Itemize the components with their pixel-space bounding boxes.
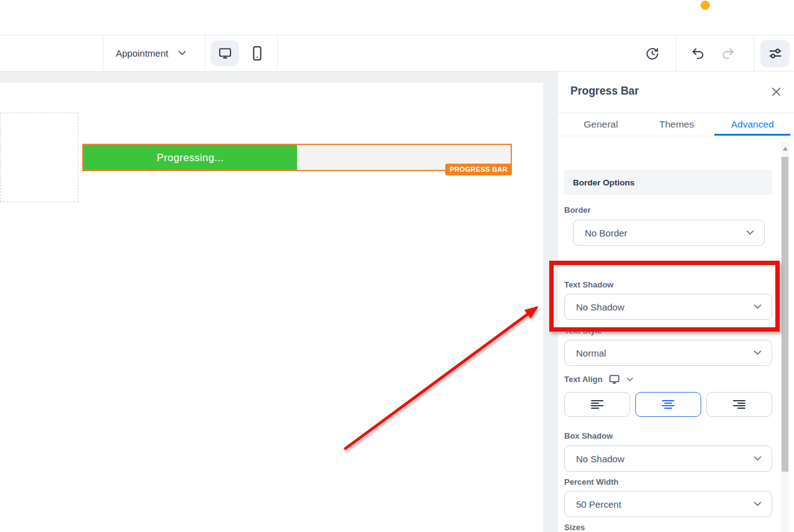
align-right-icon [733,399,745,409]
panel-scrollbar[interactable] [781,142,789,532]
chevron-down-icon [178,50,186,56]
text-align-label: Text Align [564,375,602,384]
chevron-down-icon[interactable] [626,377,633,382]
percent-width-field-label: Percent Width [564,477,618,487]
percent-width-select-value: 50 Percent [576,499,621,510]
align-right-button[interactable] [706,392,772,417]
border-field-label: Border [564,205,591,215]
undo-icon [691,46,706,61]
chevron-down-icon [746,230,754,236]
toolbar-divider [103,35,103,71]
align-left-icon [591,399,603,409]
tab-general[interactable]: General [563,113,639,136]
tab-themes[interactable]: Themes [639,113,715,136]
chevron-down-icon [754,456,762,462]
text-shadow-select-value: No Shadow [576,302,625,312]
widget-type-tag: PROGRESS BAR [445,164,512,175]
mobile-icon [251,45,263,62]
close-panel-button[interactable] [769,85,783,98]
scrollbar-up-arrow-icon[interactable] [783,147,788,151]
tab-advanced[interactable]: Advanced [714,113,790,136]
align-center-button[interactable] [635,392,701,417]
text-shadow-field-label: Text Shadow [564,280,613,289]
undo-button[interactable] [688,43,709,64]
desktop-icon[interactable] [608,373,620,385]
redo-icon [721,46,735,61]
toolbar-divider [205,35,206,71]
panel-tabbar: General Themes Advanced [558,113,794,136]
percent-width-select[interactable]: 50 Percent [564,491,772,517]
page-selector-dropdown[interactable]: Appointment [116,35,186,71]
align-left-button[interactable] [564,392,630,417]
text-align-row: Text Align [564,373,633,385]
history-button[interactable] [641,42,663,65]
builder-toolbar: Appointment [0,35,794,72]
empty-drop-zone[interactable] [0,113,78,202]
close-icon [770,86,782,98]
progress-bar-widget[interactable]: Progressing... PROGRESS BAR [82,144,512,171]
progress-bar-fill: Progressing... [83,145,297,170]
clock-history-icon [645,47,659,61]
top-header [0,0,794,35]
panel-title: Progress Bar [570,85,639,98]
text-shadow-select[interactable]: No Shadow [564,294,772,320]
text-style-select-value: Normal [576,348,606,358]
toolbar-divider [676,35,676,71]
border-select-value: No Border [585,228,627,238]
chevron-down-icon [754,304,762,310]
box-shadow-field-label: Box Shadow [564,431,613,441]
box-shadow-select[interactable]: No Shadow [564,446,772,472]
border-select[interactable]: No Border [573,220,765,246]
sliders-icon [768,46,783,61]
mobile-view-button[interactable] [247,42,268,65]
desktop-view-button[interactable] [210,40,239,66]
sizes-field-label: Sizes [564,523,585,532]
chevron-down-icon [754,350,762,356]
scrollbar-thumb[interactable] [782,157,788,472]
unsaved-changes-dot [701,1,710,10]
page-selector-label: Appointment [116,48,168,58]
text-style-select[interactable]: Normal [564,340,772,366]
toolbar-divider [277,35,278,71]
box-shadow-select-value: No Shadow [576,454,625,464]
border-options-section-header: Border Options [564,170,772,195]
page-builder-app: Save Publish Appointment [0,0,794,532]
text-style-field-label: Text Style [564,326,602,335]
desktop-icon [218,46,232,60]
chevron-down-icon [754,502,762,507]
progress-bar-label: Progressing... [157,152,224,164]
align-center-icon [662,399,674,409]
settings-panel-toggle-button[interactable] [760,40,790,67]
toolbar-divider [754,35,754,71]
redo-button[interactable] [717,43,739,64]
